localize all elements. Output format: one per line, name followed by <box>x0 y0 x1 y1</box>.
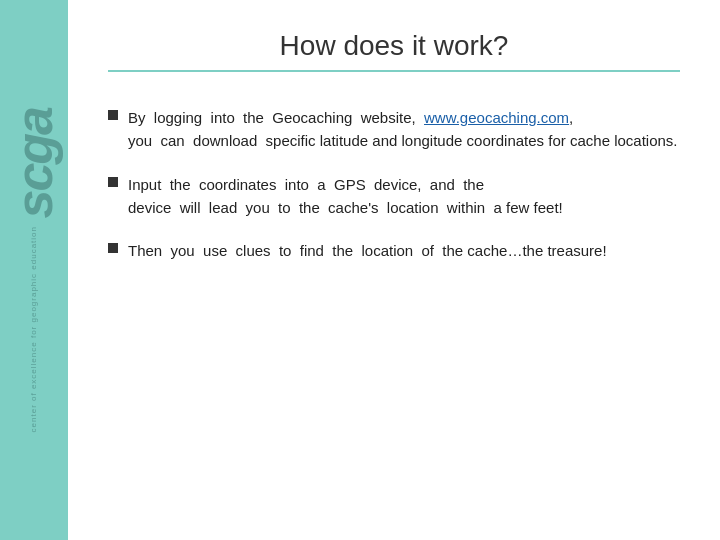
bullet-item-1: By logging into the Geocaching website, … <box>108 106 680 153</box>
bullet-list: By logging into the Geocaching website, … <box>108 106 680 282</box>
bullet-text-1: By logging into the Geocaching website, … <box>128 106 680 153</box>
scga-logo: scga <box>8 108 60 219</box>
bullet-item-2: Input the coordinates into a GPS device,… <box>108 173 680 220</box>
sidebar-subtitle: center of excellence for geographic educ… <box>29 226 39 432</box>
bullet-item-3: Then you use clues to find the location … <box>108 239 680 262</box>
bullet-icon-2 <box>108 177 118 187</box>
bullet-text-3: Then you use clues to find the location … <box>128 239 680 262</box>
title-underline <box>108 70 680 72</box>
sidebar: scga center of excellence for geographic… <box>0 0 68 540</box>
title-section: How does it work? <box>108 30 680 96</box>
geocaching-link[interactable]: www.geocaching.com <box>424 109 569 126</box>
bullet-icon-3 <box>108 243 118 253</box>
bullet-icon-1 <box>108 110 118 120</box>
main-content: How does it work? By logging into the Ge… <box>68 0 720 540</box>
bullet-text-2: Input the coordinates into a GPS device,… <box>128 173 680 220</box>
slide: scga center of excellence for geographic… <box>0 0 720 540</box>
page-title: How does it work? <box>108 30 680 62</box>
